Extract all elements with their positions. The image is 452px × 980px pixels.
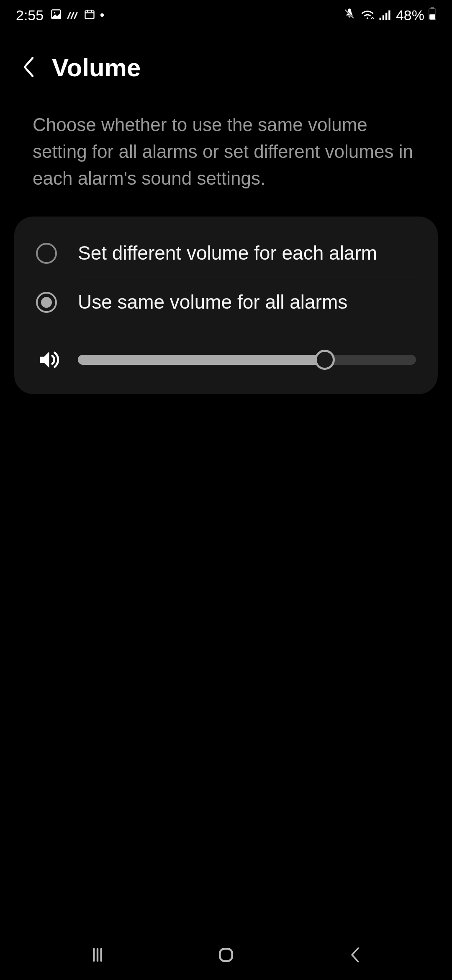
nav-home-button[interactable] bbox=[201, 946, 251, 964]
back-icon bbox=[347, 946, 362, 964]
battery-icon bbox=[429, 7, 436, 23]
speaker-icon bbox=[36, 348, 60, 372]
nav-recents-button[interactable] bbox=[72, 946, 123, 964]
svg-rect-9 bbox=[383, 15, 384, 20]
svg-rect-18 bbox=[220, 949, 232, 961]
recents-icon bbox=[89, 946, 106, 964]
status-left: 2:55 bbox=[16, 7, 104, 23]
status-bar: 2:55 bbox=[0, 0, 452, 30]
svg-rect-2 bbox=[85, 10, 94, 18]
volume-slider[interactable] bbox=[78, 355, 416, 365]
slider-thumb[interactable] bbox=[315, 350, 335, 370]
radio-button-selected bbox=[36, 292, 57, 313]
calendar-icon bbox=[84, 7, 95, 23]
svg-rect-14 bbox=[429, 14, 435, 19]
status-time: 2:55 bbox=[16, 7, 44, 23]
chevron-left-icon bbox=[21, 56, 35, 78]
wifi-icon bbox=[360, 7, 375, 23]
radio-button-unselected bbox=[36, 243, 57, 264]
slider-track bbox=[78, 355, 416, 365]
svg-point-1 bbox=[54, 12, 56, 13]
back-button[interactable] bbox=[21, 56, 35, 80]
svg-rect-11 bbox=[388, 10, 390, 20]
status-right: 48% bbox=[343, 7, 436, 23]
navigation-bar bbox=[0, 930, 452, 980]
page-description: Choose whether to use the same volume se… bbox=[0, 99, 452, 217]
battery-percentage: 48% bbox=[396, 7, 424, 23]
home-icon bbox=[217, 946, 235, 964]
radio-label: Set different volume for each alarm bbox=[78, 241, 377, 266]
signal-icon bbox=[379, 7, 392, 23]
radio-option-different-volume[interactable]: Set different volume for each alarm bbox=[27, 229, 425, 278]
radio-option-same-volume[interactable]: Use same volume for all alarms bbox=[27, 278, 425, 327]
volume-slider-row bbox=[27, 327, 425, 375]
page-title: Volume bbox=[52, 53, 141, 82]
more-notifications-icon bbox=[100, 13, 104, 17]
stripes-icon bbox=[67, 7, 79, 23]
radio-inner-dot bbox=[41, 297, 52, 308]
svg-rect-8 bbox=[379, 18, 381, 20]
status-icons-left bbox=[50, 7, 104, 23]
svg-rect-10 bbox=[385, 13, 387, 20]
volume-settings-card: Set different volume for each alarm Use … bbox=[14, 217, 438, 394]
slider-fill bbox=[78, 355, 325, 365]
gallery-icon bbox=[50, 7, 62, 23]
radio-label: Use same volume for all alarms bbox=[78, 290, 347, 315]
nav-back-button[interactable] bbox=[329, 946, 380, 964]
mute-icon bbox=[343, 7, 356, 23]
header: Volume bbox=[0, 30, 452, 99]
